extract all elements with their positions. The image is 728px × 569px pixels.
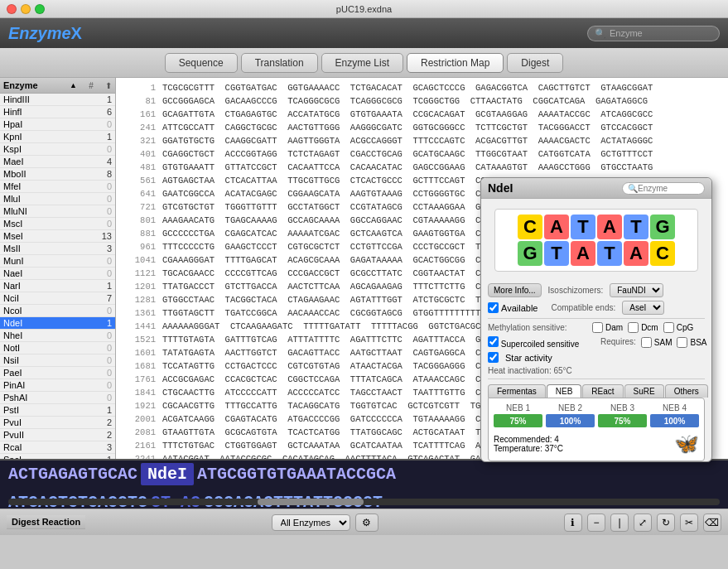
neb-tab-others[interactable]: Others bbox=[665, 384, 708, 398]
enzyme-filter-select[interactable]: All Enzymes bbox=[272, 514, 350, 531]
tab-enzyme-list[interactable]: Enzyme List bbox=[321, 53, 403, 73]
minimize-button[interactable] bbox=[21, 4, 31, 14]
enzyme-row[interactable]: KspI 0 bbox=[0, 143, 115, 156]
enzyme-row[interactable]: HpaI 0 bbox=[0, 118, 115, 131]
line-number: 2001 bbox=[123, 412, 156, 426]
enzyme-name: NciI bbox=[3, 293, 87, 303]
more-info-button[interactable]: More Info... bbox=[488, 283, 542, 297]
dam-label: Dam bbox=[605, 323, 623, 332]
bottom-scrollbar-thumb[interactable] bbox=[258, 499, 364, 505]
enzyme-row[interactable]: MluI 0 bbox=[0, 193, 115, 205]
popup-search-box[interactable]: 🔍 bbox=[622, 182, 705, 195]
dam-checkbox[interactable] bbox=[592, 322, 603, 333]
header-search-box[interactable]: 🔍 bbox=[587, 26, 720, 41]
cpg-checkbox[interactable] bbox=[663, 322, 674, 333]
enzyme-count: 3 bbox=[87, 442, 112, 452]
bsa-checkbox[interactable] bbox=[677, 337, 687, 348]
enzyme-row[interactable]: MunI 0 bbox=[0, 255, 115, 268]
enzyme-row[interactable]: NciI 7 bbox=[0, 292, 115, 305]
tab-restriction-map[interactable]: Restriction Map bbox=[407, 53, 504, 73]
enzyme-name: MseI bbox=[3, 231, 87, 241]
sequence-line: 161 GCAGATTGTA CTGAGAGTGC ACCATATGCG GTG… bbox=[123, 108, 721, 121]
enzyme-row[interactable]: HinfI 6 bbox=[0, 106, 115, 118]
enzyme-row[interactable]: MsII 3 bbox=[0, 243, 115, 255]
enzyme-row[interactable]: MboII 8 bbox=[0, 168, 115, 181]
window-controls[interactable] bbox=[7, 4, 45, 14]
enzyme-row[interactable]: MfeI 0 bbox=[0, 181, 115, 193]
tab-translation[interactable]: Translation bbox=[241, 53, 318, 73]
popup-search-input[interactable] bbox=[638, 184, 704, 193]
enzyme-row[interactable]: PinAI 0 bbox=[0, 379, 115, 392]
settings-button[interactable]: ⚙ bbox=[355, 514, 378, 532]
supercoiled-checkbox[interactable] bbox=[488, 336, 499, 347]
enzyme-list-scroll[interactable]: HindIII 1HinfI 6HpaI 0KpnI 1KspI 0MaeI 4… bbox=[0, 94, 115, 459]
enzyme-name: HinfI bbox=[3, 107, 87, 117]
bottom-ndei-label: NdeI bbox=[141, 463, 194, 485]
line-number: 1761 bbox=[123, 373, 156, 386]
dna-char-top: T bbox=[571, 215, 595, 239]
tool2-button[interactable]: ⤢ bbox=[634, 514, 652, 532]
enzyme-row[interactable]: PstI 1 bbox=[0, 404, 115, 417]
enzyme-row[interactable]: PshAI 0 bbox=[0, 392, 115, 404]
enzyme-row[interactable]: PvuII 2 bbox=[0, 429, 115, 441]
sam-checkbox[interactable] bbox=[641, 337, 652, 348]
neb-tab-sure[interactable]: SuRE bbox=[624, 384, 664, 398]
enzyme-row[interactable]: MscI 0 bbox=[0, 218, 115, 230]
enzyme-row[interactable]: PvuI 2 bbox=[0, 417, 115, 429]
maximize-button[interactable] bbox=[35, 4, 45, 14]
available-checkbox[interactable] bbox=[488, 302, 499, 313]
cycle-button[interactable]: ↻ bbox=[657, 514, 675, 532]
compatible-ends-select[interactable]: AseI bbox=[622, 301, 664, 315]
methylation-row: Methylation sensitive: Dam Dcm CpG bbox=[481, 321, 711, 335]
temperature-text: Temperature: 37°C bbox=[494, 444, 563, 453]
ndei-popup: NdeI 🔍 CATATG GTATAC More Info... Isosch… bbox=[480, 177, 712, 462]
dna-char-bottom: T bbox=[597, 241, 622, 266]
enzyme-row[interactable]: RcaI 3 bbox=[0, 441, 115, 454]
enzyme-row[interactable]: NcoI 0 bbox=[0, 305, 115, 317]
enzyme-row[interactable]: NsiI 0 bbox=[0, 354, 115, 367]
enzyme-count: 1 bbox=[87, 318, 112, 328]
footer: Digest Reaction All Enzymes ⚙ ℹ − | ⤢ ↻ … bbox=[0, 509, 728, 535]
sort-arrow-icon[interactable]: ▲ bbox=[70, 81, 77, 89]
enzyme-row[interactable]: MluNI 0 bbox=[0, 205, 115, 218]
enzyme-row[interactable]: NarI 1 bbox=[0, 280, 115, 292]
tab-digest[interactable]: Digest bbox=[507, 53, 563, 73]
enzyme-name: NotI bbox=[3, 343, 87, 353]
sequence-line: 81 GCCGGGAGCA GACAAGCCCG TCAGGGCGCG TCAG… bbox=[123, 94, 721, 108]
header-search-input[interactable] bbox=[610, 28, 709, 38]
popup-search-icon: 🔍 bbox=[628, 184, 638, 193]
star-activity-checkbox[interactable] bbox=[488, 352, 499, 363]
enzyme-count: 2 bbox=[87, 417, 112, 427]
isoschizomers-select[interactable]: FauNDI bbox=[610, 283, 663, 297]
enzyme-count: 0 bbox=[87, 343, 112, 353]
popup-title: NdeI bbox=[488, 181, 513, 195]
neb-tab-neb[interactable]: NEB bbox=[547, 384, 582, 398]
enzyme-name: PinAI bbox=[3, 380, 87, 390]
enzyme-row[interactable]: PaeI 0 bbox=[0, 367, 115, 379]
scissors-button[interactable]: ✂ bbox=[680, 514, 698, 532]
enzyme-row[interactable]: NaeI 0 bbox=[0, 268, 115, 280]
enzyme-row[interactable]: MaeI 4 bbox=[0, 156, 115, 168]
trash-button[interactable]: ⌫ bbox=[703, 514, 721, 532]
enzyme-row[interactable]: MseI 13 bbox=[0, 230, 115, 243]
info-button[interactable]: ℹ bbox=[564, 514, 582, 532]
enzyme-name: RcaI bbox=[3, 442, 87, 452]
tab-sequence[interactable]: Sequence bbox=[165, 53, 238, 73]
neb-tab-react[interactable]: REact bbox=[582, 384, 623, 398]
enzyme-row[interactable]: NotI 0 bbox=[0, 342, 115, 354]
minus-button[interactable]: − bbox=[587, 514, 605, 532]
dcm-checkbox[interactable] bbox=[628, 322, 639, 333]
dna-char-top: T bbox=[624, 215, 648, 239]
count-sort-icon[interactable]: ⬆ bbox=[105, 81, 112, 90]
enzyme-name: MsII bbox=[3, 244, 87, 253]
enzyme-row[interactable]: KpnI 1 bbox=[0, 131, 115, 143]
neb-tab-fermentas[interactable]: Fermentas bbox=[488, 384, 546, 398]
enzyme-count: 0 bbox=[87, 219, 112, 229]
enzyme-row[interactable]: NdeI 1 bbox=[0, 317, 115, 330]
bottom-scrollbar[interactable] bbox=[8, 499, 720, 505]
enzyme-row[interactable]: HindIII 1 bbox=[0, 94, 115, 106]
enzyme-count: 1 bbox=[87, 281, 112, 291]
tool1-button[interactable]: | bbox=[610, 514, 629, 532]
close-button[interactable] bbox=[7, 4, 17, 14]
enzyme-row[interactable]: NheI 0 bbox=[0, 330, 115, 342]
